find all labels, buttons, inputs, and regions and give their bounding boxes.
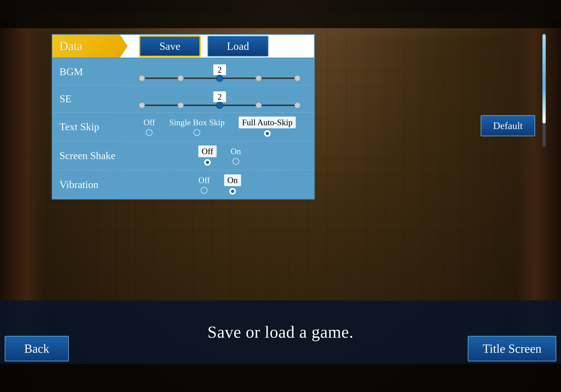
screen-shake-on-radio[interactable]	[233, 158, 239, 165]
bgm-value: 2	[213, 64, 226, 75]
shelf-right	[516, 19, 561, 345]
bgm-dot-2	[216, 75, 223, 82]
screen-shake-option-off[interactable]: Off	[198, 145, 216, 166]
screen-shake-label: Screen Shake	[52, 150, 125, 162]
se-control: 2	[125, 89, 314, 108]
vibration-control: Off On	[125, 173, 314, 196]
screen-shake-off-radio[interactable]	[204, 159, 211, 166]
vibration-option-on[interactable]: On	[224, 174, 241, 195]
bgm-dot-0	[139, 75, 145, 81]
settings-panel: Data Save Load BGM 2	[52, 34, 315, 199]
vibration-off-label: Off	[198, 175, 210, 185]
screen-shake-options: Off On	[198, 145, 241, 166]
text-skip-full-radio[interactable]	[264, 130, 271, 137]
vibration-on-label: On	[224, 174, 241, 186]
text-skip-option-full[interactable]: Full Auto-Skip	[239, 117, 296, 137]
se-dot-4	[294, 102, 301, 108]
screen-shake-option-on[interactable]: On	[231, 146, 241, 165]
se-slider-track[interactable]	[139, 105, 301, 106]
back-button[interactable]: Back	[5, 336, 69, 361]
vibration-label: Vibration	[52, 179, 125, 191]
bgm-slider-dots	[139, 75, 301, 82]
text-skip-full-label: Full Auto-Skip	[239, 117, 296, 128]
shelf-left	[0, 19, 45, 345]
text-skip-option-off[interactable]: Off	[143, 118, 155, 136]
bgm-label: BGM	[52, 66, 125, 78]
save-button[interactable]: Save	[139, 36, 200, 57]
title-screen-button[interactable]: Title Screen	[468, 336, 556, 361]
vibration-row: Vibration Off On	[52, 170, 314, 199]
se-dot-0	[139, 102, 145, 108]
text-skip-single-label: Single Box Skip	[169, 118, 225, 127]
se-dot-1	[178, 102, 184, 108]
screen-shake-row: Screen Shake Off On	[52, 141, 314, 170]
data-buttons: Save Load	[128, 36, 314, 57]
screen-shake-on-label: On	[231, 146, 241, 156]
data-label: Data	[52, 35, 128, 58]
bgm-slider-container: 2	[130, 64, 309, 79]
text-skip-off-radio[interactable]	[146, 129, 152, 136]
se-label: SE	[52, 93, 125, 105]
text-skip-single-radio[interactable]	[194, 129, 200, 136]
bgm-row: BGM 2	[52, 58, 314, 85]
se-dot-3	[256, 102, 262, 108]
se-dot-2	[216, 102, 223, 109]
text-skip-options: Off Single Box Skip Full Auto-Skip	[143, 117, 296, 137]
default-button[interactable]: Default	[481, 115, 535, 136]
text-skip-off-label: Off	[143, 118, 155, 127]
se-slider-dots	[139, 102, 301, 109]
se-value: 2	[213, 91, 226, 102]
bgm-dot-1	[178, 75, 184, 81]
dark-bar-bottom	[0, 364, 561, 392]
data-row: Data Save Load	[52, 35, 314, 58]
text-skip-option-single[interactable]: Single Box Skip	[169, 118, 225, 136]
text-skip-control: Off Single Box Skip Full Auto-Skip	[125, 115, 314, 139]
scrollbar-track[interactable]	[542, 34, 546, 147]
scrollbar-thumb[interactable]	[542, 34, 546, 123]
vibration-off-radio[interactable]	[201, 187, 207, 194]
bgm-control: 2	[125, 63, 314, 81]
vibration-options: Off On	[198, 174, 241, 195]
screen-shake-off-label: Off	[198, 145, 216, 157]
se-slider-container: 2	[130, 91, 309, 106]
text-skip-row: Text Skip Off Single Box Skip Full Auto-…	[52, 112, 314, 141]
status-text: Save or load a game.	[207, 322, 354, 342]
load-button[interactable]: Load	[207, 36, 269, 57]
bgm-slider-track[interactable]	[139, 77, 301, 79]
se-row: SE 2	[52, 85, 314, 112]
bgm-dot-3	[256, 75, 262, 81]
vibration-on-radio[interactable]	[229, 188, 236, 195]
vibration-option-off[interactable]: Off	[198, 175, 210, 194]
bgm-dot-4	[294, 75, 301, 81]
text-skip-label: Text Skip	[52, 121, 125, 133]
dark-bar-top	[0, 0, 561, 28]
screen-shake-control: Off On	[125, 144, 314, 168]
